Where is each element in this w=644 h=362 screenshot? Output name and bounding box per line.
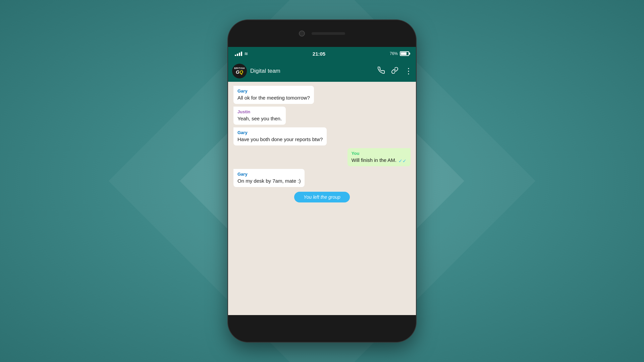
message-text: All ok for the meeting tomorrow?	[237, 94, 310, 101]
message-sender: Justin	[237, 109, 282, 114]
gq-logo: BRITISH GQ	[234, 67, 245, 75]
status-bar: ≋ 21:05 76%	[228, 47, 416, 60]
message-bubble: Gary Have you both done your reports btw…	[233, 127, 327, 145]
gq-g-letter: G	[236, 69, 239, 75]
wifi-icon: ≋	[244, 51, 248, 56]
chat-group-name: Digital team	[250, 68, 374, 74]
left-group-notification: You left the group	[294, 192, 350, 202]
signal-bar-2	[237, 54, 238, 56]
message-bubble: Justin Yeah, see you then.	[233, 107, 286, 125]
message-text: Have you both done your reports btw?	[237, 136, 323, 143]
group-avatar: BRITISH GQ	[232, 64, 247, 78]
battery-icon	[400, 51, 409, 56]
signal-bar-4	[241, 52, 242, 56]
gq-q-letter: Q	[239, 69, 243, 75]
message-text: On my desk by 7am, mate :)	[237, 177, 301, 184]
more-options-icon[interactable]: ⋮	[405, 66, 412, 76]
link-icon[interactable]	[391, 67, 398, 76]
message-wrapper: You Will finish in the AM. ✓✓	[233, 148, 411, 166]
message-sender: Gary	[237, 130, 323, 135]
status-right: 76%	[390, 51, 409, 56]
phone-speaker	[312, 32, 345, 35]
message-sender: Gary	[237, 88, 310, 94]
chat-header: BRITISH GQ Digital team	[228, 60, 416, 82]
system-message: You left the group	[233, 192, 411, 202]
front-camera	[299, 31, 305, 37]
phone-bottom-bezel	[228, 315, 416, 342]
signal-bar-3	[239, 53, 240, 56]
phone-frame: ≋ 21:05 76% BRITISH GQ Digital team	[228, 20, 416, 342]
message-wrapper: Gary All ok for the meeting tomorrow?	[233, 86, 411, 104]
message-sender: Gary	[237, 172, 301, 177]
message-bubble: Gary On my desk by 7am, mate :)	[233, 169, 305, 187]
status-time: 21:05	[313, 51, 325, 57]
message-sender: You	[352, 151, 407, 156]
message-text: Will finish in the AM.	[352, 157, 396, 164]
status-left: ≋	[235, 51, 248, 56]
read-ticks-icon: ✓✓	[398, 158, 407, 164]
phone-screen: ≋ 21:05 76% BRITISH GQ Digital team	[228, 47, 416, 315]
message-wrapper: Gary On my desk by 7am, mate :)	[233, 169, 411, 187]
call-icon[interactable]	[378, 67, 385, 76]
phone-top-bezel	[228, 20, 416, 47]
signal-bar-1	[235, 55, 236, 56]
message-text: Yeah, see you then.	[237, 115, 282, 122]
chat-actions: ⋮	[378, 66, 412, 76]
battery-fill	[401, 52, 407, 55]
messages-area: Gary All ok for the meeting tomorrow? Ju…	[228, 82, 416, 315]
signal-strength	[235, 52, 242, 56]
message-wrapper: Justin Yeah, see you then.	[233, 107, 411, 125]
message-bubble: Gary All ok for the meeting tomorrow?	[233, 86, 314, 104]
message-bubble: You Will finish in the AM. ✓✓	[347, 148, 411, 166]
battery-percent: 76%	[390, 51, 398, 56]
message-wrapper: Gary Have you both done your reports btw…	[233, 127, 411, 145]
